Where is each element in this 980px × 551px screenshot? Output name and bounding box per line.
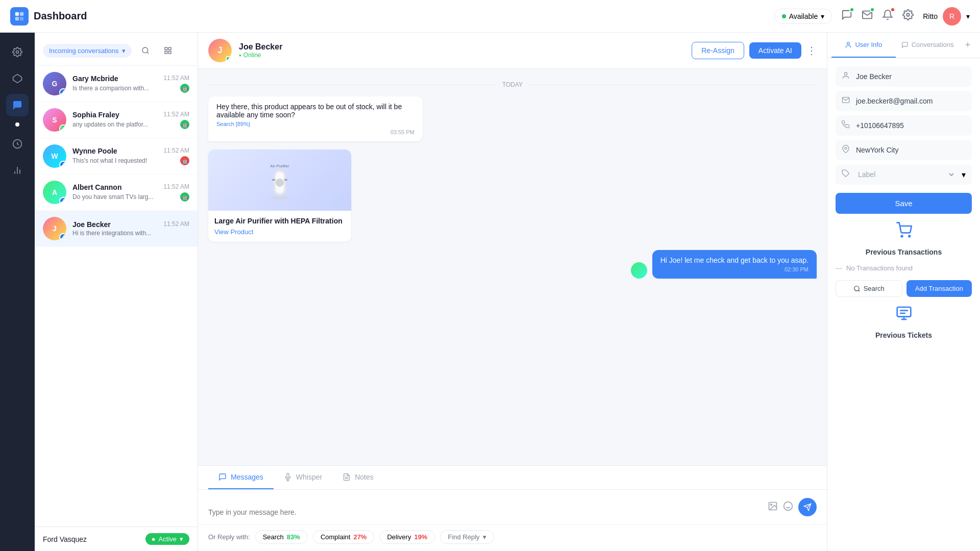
right-panel-tabs: User Info Conversations + [827, 33, 980, 58]
chat-icon-btn[interactable] [841, 9, 852, 23]
view-product-link[interactable]: View Product [214, 228, 345, 236]
status-button[interactable]: Available ▾ [774, 9, 832, 24]
conversations-filter-btn[interactable]: Incoming conversations ▾ [43, 44, 132, 58]
chat-messages: TODAY Hey there, this product appears to… [198, 69, 827, 465]
tab-messages[interactable]: Messages [208, 466, 274, 489]
chat-input-icons [768, 498, 817, 516]
settings-icon-btn[interactable] [902, 9, 914, 23]
message-bubble-1: Hey there, this product appears to be ou… [208, 96, 423, 141]
conversation-info-sophia: Sophia Fraley 11:52 AM any updates on th… [72, 111, 189, 129]
svg-marker-6 [13, 74, 22, 83]
svg-point-40 [909, 236, 910, 237]
main-layout: Incoming conversations ▾ G f Gary Mcbrid… [0, 33, 980, 551]
active-dot: ● [152, 535, 156, 543]
conversation-info-gary: Gary Mcbride 11:52 AM Is there a compari… [72, 74, 189, 93]
platform-badge-whatsapp: W [59, 124, 66, 132]
find-reply-btn[interactable]: Find Reply ▾ [440, 530, 494, 544]
user-email-value: joe.becker8@gmail.com [856, 97, 933, 105]
svg-rect-21 [272, 179, 275, 181]
user-avatar: R [943, 7, 961, 26]
send-button[interactable] [798, 498, 817, 516]
svg-rect-43 [897, 307, 911, 317]
mail-badge [870, 7, 875, 12]
sidebar [0, 33, 35, 551]
quick-reply-search[interactable]: Search 83% [255, 530, 308, 544]
conversation-item-gary[interactable]: G f Gary Mcbride 11:52 AM Is there a com… [35, 66, 198, 102]
svg-point-5 [16, 51, 19, 54]
svg-point-30 [784, 502, 793, 510]
top-navigation: Dashboard Available ▾ Ritto R ▾ [0, 0, 980, 33]
conversations-search-btn[interactable] [137, 42, 154, 59]
status-dot [782, 14, 786, 18]
sidebar-item-modules[interactable] [6, 67, 29, 90]
svg-rect-22 [284, 179, 287, 181]
right-tab-add[interactable]: + [960, 37, 976, 54]
more-options-btn[interactable]: ⋮ [806, 44, 817, 57]
conversations-grid-btn[interactable] [159, 42, 177, 59]
right-tab-user-info[interactable]: User Info [831, 33, 896, 58]
user-name-value: Joe Becker [856, 72, 892, 81]
date-divider: TODAY [208, 81, 817, 88]
svg-rect-14 [168, 47, 171, 50]
conversations-panel: Incoming conversations ▾ G f Gary Mcbrid… [35, 33, 198, 551]
add-transaction-btn[interactable]: Add Transaction [906, 280, 972, 297]
conversations-footer: Ford Vasquez ● Active ▾ [35, 527, 198, 551]
sidebar-item-settings[interactable] [6, 41, 29, 63]
conversation-item-sophia[interactable]: S W Sophia Fraley 11:52 AM any updates o… [35, 102, 198, 138]
bot-badge-albert: 🤖 [180, 192, 189, 202]
notification-icon-btn[interactable] [882, 9, 893, 23]
emoji-icon[interactable] [783, 501, 793, 514]
svg-point-17 [270, 196, 290, 200]
svg-rect-3 [20, 16, 23, 20]
chat-header-actions: Re-Assign Activate AI ⋮ [692, 42, 817, 59]
sidebar-indicator [15, 122, 19, 127]
label-chevron-icon: ▾ [962, 170, 966, 180]
conversation-item-albert[interactable]: A f Albert Cannon 11:52 AM Do you have s… [35, 174, 198, 211]
svg-rect-13 [165, 47, 167, 50]
search-transactions-btn[interactable]: Search [836, 280, 902, 297]
sender-avatar [631, 262, 647, 279]
chevron-down-icon: ▾ [821, 12, 824, 20]
conversation-info-albert: Albert Cannon 11:52 AM Do you have smart… [72, 183, 189, 202]
tab-whisper[interactable]: Whisper [274, 466, 332, 489]
activate-ai-button[interactable]: Activate AI [749, 42, 801, 59]
agent-status-btn[interactable]: ● Active ▾ [145, 533, 189, 545]
right-tab-conversations[interactable]: Conversations [896, 33, 960, 58]
conversations-filter-label: Incoming conversations [49, 47, 119, 55]
reassign-button[interactable]: Re-Assign [692, 42, 744, 59]
sidebar-item-chat[interactable] [6, 94, 29, 116]
user-profile[interactable]: Ritto R ▾ [923, 7, 970, 26]
svg-rect-2 [15, 16, 19, 20]
save-user-button[interactable]: Save [836, 193, 972, 214]
conversation-item-wynne[interactable]: W f Wynne Poole 11:52 AM This's not what… [35, 138, 198, 174]
quick-reply-complaint[interactable]: Complaint 27% [313, 530, 375, 544]
message-time-1: 03:55 PM [216, 129, 414, 135]
no-transactions-label: --- No Transactions found [836, 260, 972, 276]
sidebar-item-ai[interactable] [6, 133, 29, 155]
chat-user-details: Joe Becker ● Online [239, 42, 282, 59]
conversation-avatar-wynne: W f [43, 144, 66, 168]
bot-badge-wynne: 🤖 [180, 156, 189, 165]
quick-reply-delivery[interactable]: Delivery 19% [379, 530, 435, 544]
svg-rect-1 [20, 12, 23, 15]
chat-input-area: Messages Whisper Notes [198, 465, 827, 551]
transaction-actions: Search Add Transaction [836, 280, 972, 297]
message-text-1: Hey there, this product appears to be ou… [216, 103, 414, 119]
svg-point-37 [845, 147, 847, 149]
label-select[interactable]: Label VIP Support Sales [856, 170, 955, 179]
user-icon [842, 71, 850, 82]
conversation-avatar-albert: A f [43, 181, 66, 204]
conversation-preview-gary: Is there a comparison with... 🤖 [72, 84, 189, 93]
previous-transactions-section: Previous Transactions --- No Transaction… [836, 222, 972, 297]
tab-notes[interactable]: Notes [332, 466, 384, 489]
image-icon[interactable] [768, 501, 778, 514]
status-label: Available [789, 12, 818, 20]
mail-icon-btn[interactable] [862, 9, 873, 23]
user-phone-row: +10106647895 [836, 115, 972, 136]
svg-point-20 [276, 179, 284, 187]
conversation-item-joe[interactable]: J f Joe Becker 11:52 AM Hi is there inte… [35, 211, 198, 247]
sidebar-item-analytics[interactable] [6, 159, 29, 182]
svg-text:Air Purifier: Air Purifier [270, 164, 289, 168]
app-logo: Dashboard [10, 7, 87, 26]
message-input[interactable] [208, 508, 762, 516]
